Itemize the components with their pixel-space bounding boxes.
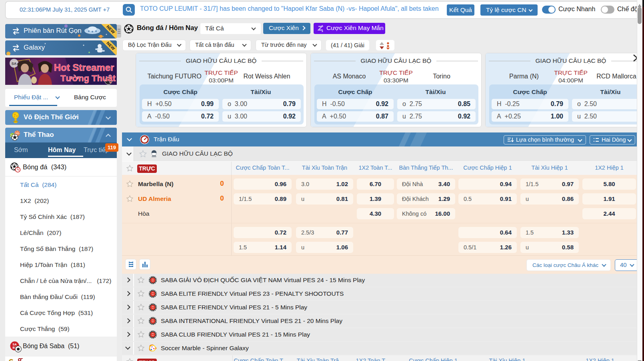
svg-text:Tường Thuật: Tường Thuật <box>60 73 116 83</box>
svg-text:SA: SA <box>12 62 17 66</box>
svg-text:Hot Streamer: Hot Streamer <box>54 62 114 73</box>
